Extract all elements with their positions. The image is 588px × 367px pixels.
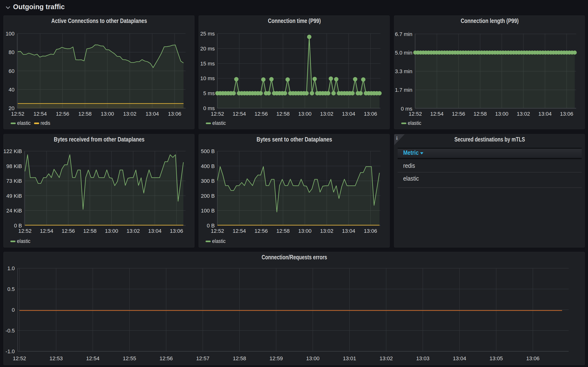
svg-text:49 KiB: 49 KiB <box>6 193 22 199</box>
svg-text:12:54: 12:54 <box>233 228 246 234</box>
svg-text:13:02: 13:02 <box>320 228 333 234</box>
svg-text:98 KiB: 98 KiB <box>6 163 22 169</box>
svg-text:13:04: 13:04 <box>342 228 355 234</box>
svg-text:12:54: 12:54 <box>40 228 53 234</box>
svg-text:12:58: 12:58 <box>276 228 290 234</box>
svg-text:12:55: 12:55 <box>123 355 136 361</box>
svg-text:13:05: 13:05 <box>489 355 503 361</box>
svg-text:12:54: 12:54 <box>34 111 47 117</box>
svg-text:3.3 min: 3.3 min <box>395 68 412 74</box>
svg-text:73 KiB: 73 KiB <box>6 178 22 184</box>
svg-text:12:52: 12:52 <box>11 111 24 117</box>
svg-text:12:54: 12:54 <box>430 111 443 117</box>
svg-text:80: 80 <box>9 49 15 55</box>
svg-text:13:02: 13:02 <box>517 111 530 117</box>
svg-text:12:56: 12:56 <box>62 228 75 234</box>
svg-text:-1.0: -1.0 <box>6 348 15 354</box>
svg-text:15 ms: 15 ms <box>200 61 215 67</box>
svg-text:Bytes sent to other Dataplanes: Bytes sent to other Dataplanes <box>256 136 332 143</box>
svg-text:Connection/Requests errors: Connection/Requests errors <box>262 253 327 261</box>
svg-text:13:06: 13:06 <box>170 228 183 234</box>
svg-text:300 B: 300 B <box>201 178 215 184</box>
svg-text:elastic: elastic <box>212 238 226 244</box>
svg-text:13:02: 13:02 <box>123 111 136 117</box>
svg-text:13:06: 13:06 <box>364 228 377 234</box>
svg-text:elastic: elastic <box>17 238 30 244</box>
svg-text:13:04: 13:04 <box>453 355 466 361</box>
svg-text:25 ms: 25 ms <box>200 31 215 37</box>
svg-text:12:58: 12:58 <box>276 111 290 117</box>
svg-text:Outgoing traffic: Outgoing traffic <box>13 3 65 11</box>
svg-text:1.0: 1.0 <box>7 265 15 271</box>
svg-text:60: 60 <box>9 68 15 74</box>
svg-text:400 B: 400 B <box>201 163 215 169</box>
svg-text:elastic: elastic <box>408 120 421 126</box>
svg-text:Secured destinations by mTLS: Secured destinations by mTLS <box>454 136 525 143</box>
svg-text:12:56: 12:56 <box>254 228 268 234</box>
svg-text:12:52: 12:52 <box>409 111 422 117</box>
svg-text:13:00: 13:00 <box>306 355 319 361</box>
svg-text:elastic: elastic <box>403 175 419 182</box>
svg-text:13:00: 13:00 <box>105 228 118 234</box>
svg-text:12:58: 12:58 <box>474 111 487 117</box>
svg-text:13:02: 13:02 <box>320 111 333 117</box>
svg-text:13:00: 13:00 <box>298 228 311 234</box>
svg-text:13:02: 13:02 <box>127 228 140 234</box>
svg-text:0 ms: 0 ms <box>203 105 215 111</box>
svg-text:Active Connections to other Da: Active Connections to other Dataplanes <box>51 17 147 24</box>
svg-text:Connection length (P99): Connection length (P99) <box>461 17 519 24</box>
svg-text:-0.5: -0.5 <box>6 328 15 334</box>
svg-text:12:57: 12:57 <box>196 355 209 361</box>
svg-text:0 B: 0 B <box>14 223 22 229</box>
svg-text:13:00: 13:00 <box>101 111 114 117</box>
svg-text:12:56: 12:56 <box>56 111 69 117</box>
svg-text:5 ms: 5 ms <box>203 90 215 96</box>
svg-text:13:04: 13:04 <box>342 111 355 117</box>
svg-text:0.5: 0.5 <box>7 286 15 292</box>
svg-text:20: 20 <box>9 105 15 111</box>
svg-text:13:02: 13:02 <box>380 355 393 361</box>
svg-text:13:00: 13:00 <box>495 111 508 117</box>
svg-text:12:58: 12:58 <box>233 355 246 361</box>
svg-text:12:54: 12:54 <box>86 355 100 361</box>
svg-text:40: 40 <box>9 87 15 93</box>
svg-text:13:06: 13:06 <box>560 111 573 117</box>
svg-text:0: 0 <box>12 307 15 313</box>
svg-text:122 KiB: 122 KiB <box>4 148 22 154</box>
svg-text:0 B: 0 B <box>207 223 215 229</box>
svg-text:12:52: 12:52 <box>18 228 32 234</box>
svg-text:Metric: Metric <box>403 149 419 156</box>
svg-text:12:56: 12:56 <box>452 111 465 117</box>
svg-text:elastic: elastic <box>17 120 31 126</box>
svg-text:10 ms: 10 ms <box>200 75 215 81</box>
svg-text:1.7 min: 1.7 min <box>395 87 412 93</box>
svg-text:Connection time (P99): Connection time (P99) <box>268 17 321 24</box>
svg-text:12:52: 12:52 <box>211 228 224 234</box>
svg-text:i: i <box>396 135 398 141</box>
svg-text:redis: redis <box>41 120 50 126</box>
svg-text:13:01: 13:01 <box>343 355 356 361</box>
svg-text:500 B: 500 B <box>201 148 215 154</box>
svg-text:24 KiB: 24 KiB <box>6 208 22 214</box>
svg-text:6.7 min: 6.7 min <box>395 31 412 37</box>
svg-text:12:56: 12:56 <box>254 111 268 117</box>
svg-text:100 B: 100 B <box>201 208 215 214</box>
svg-text:13:04: 13:04 <box>148 228 161 234</box>
svg-text:13:04: 13:04 <box>146 111 159 117</box>
svg-text:12:54: 12:54 <box>233 111 246 117</box>
svg-text:13:03: 13:03 <box>416 355 430 361</box>
svg-text:12:52: 12:52 <box>211 111 224 117</box>
svg-text:13:06: 13:06 <box>168 111 181 117</box>
svg-text:12:58: 12:58 <box>78 111 92 117</box>
svg-text:redis: redis <box>403 162 415 169</box>
svg-text:13:06: 13:06 <box>526 355 539 361</box>
svg-text:200 B: 200 B <box>201 193 215 199</box>
svg-text:20 ms: 20 ms <box>200 46 215 52</box>
svg-text:12:53: 12:53 <box>50 355 63 361</box>
svg-text:12:59: 12:59 <box>270 355 283 361</box>
svg-text:13:06: 13:06 <box>364 111 377 117</box>
svg-text:100: 100 <box>6 31 15 37</box>
svg-text:13:00: 13:00 <box>298 111 311 117</box>
svg-text:13:04: 13:04 <box>538 111 552 117</box>
svg-text:5.0 min: 5.0 min <box>395 50 412 56</box>
